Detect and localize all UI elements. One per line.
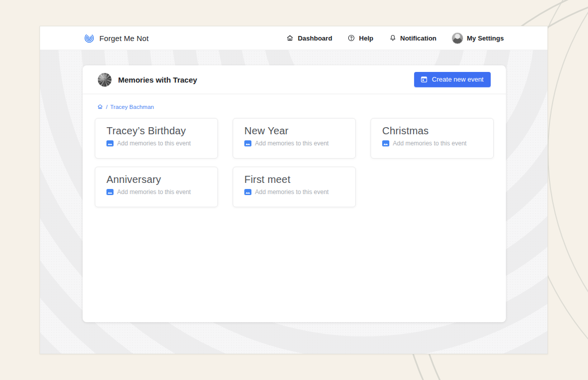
nav-item-my-settings[interactable]: My Settings [452,32,504,44]
brand[interactable]: Forget Me Not [84,32,149,44]
top-nav-menu: Dashboard Help [286,32,504,44]
content-area: Memories with Tracey Create new event [40,50,547,354]
photo-icon [382,140,389,146]
panel-header: Memories with Tracey Create new event [83,65,506,94]
event-subtitle: Add memories to this event [255,188,328,196]
event-subtitle: Add memories to this event [393,140,466,147]
nav-item-notification[interactable]: Notification [389,34,437,42]
create-new-event-label: Create new event [432,75,484,83]
event-subtitle: Add memories to this event [117,140,191,147]
create-new-event-button[interactable]: Create new event [414,72,491,87]
event-card-anniversary[interactable]: Anniversary Add memories to this event [95,167,218,207]
tracey-avatar [98,73,112,87]
event-card-first-meet[interactable]: First meet Add memories to this event [233,167,356,207]
event-title: New Year [244,125,344,137]
fingerprint-logo-icon [84,32,95,44]
nav-label: Help [359,34,373,42]
breadcrumb: / Tracey Bachman [97,103,493,110]
event-title: First meet [244,173,344,186]
event-card-christmas[interactable]: Christmas Add memories to this event [371,118,494,159]
photo-icon [106,140,114,146]
nav-label: Dashboard [298,34,332,42]
home-icon [286,34,294,42]
event-subtitle: Add memories to this event [117,188,191,196]
breadcrumb-current-link[interactable]: Tracey Bachman [110,104,154,110]
event-card-traceys-birthday[interactable]: Tracey’s Birthday Add memories to this e… [95,118,218,159]
breadcrumb-separator: / [106,104,107,110]
nav-label: Notification [400,34,437,42]
brand-name: Forget Me Not [99,34,149,43]
nav-item-dashboard[interactable]: Dashboard [286,34,332,42]
event-title: Christmas [382,125,482,137]
app-window: Forget Me Not Dashboard [40,26,548,354]
events-grid: Tracey’s Birthday Add memories to this e… [95,118,494,207]
event-card-new-year[interactable]: New Year Add memories to this event [233,118,356,159]
event-subtitle: Add memories to this event [255,140,328,147]
photo-icon [244,189,251,195]
panel-body: / Tracey Bachman Tracey’s Birthday Add m… [83,94,506,215]
breadcrumb-home-icon[interactable] [97,103,103,110]
bell-icon [389,34,397,42]
nav-label: My Settings [467,34,504,42]
user-avatar [452,32,463,44]
panel-title: Memories with Tracey [118,75,197,84]
photo-icon [106,189,114,195]
help-icon [347,34,355,42]
top-navigation-bar: Forget Me Not Dashboard [40,26,547,50]
event-title: Tracey’s Birthday [106,125,206,137]
calendar-icon [420,75,428,83]
photo-icon [244,140,251,146]
memories-panel: Memories with Tracey Create new event [83,65,506,322]
event-title: Anniversary [106,173,206,186]
nav-item-help[interactable]: Help [347,34,373,42]
